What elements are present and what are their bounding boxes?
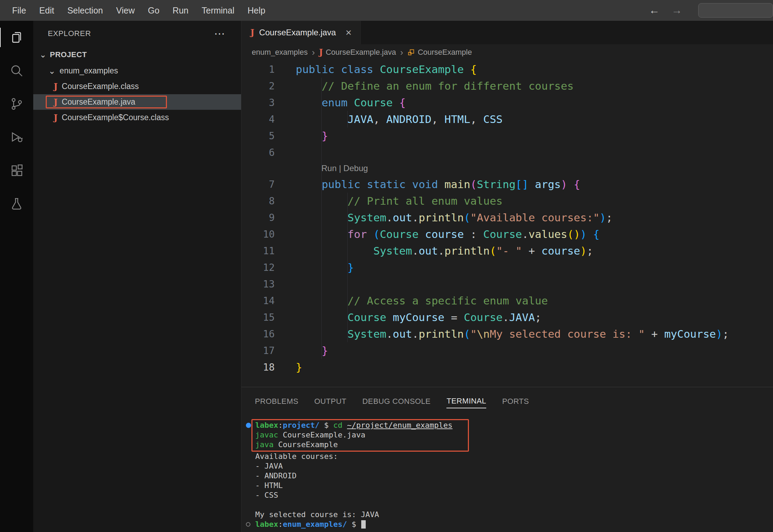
menu-item-selection[interactable]: Selection <box>61 6 109 15</box>
vscode-window: FileEditSelectionViewGoRunTerminalHelp ←… <box>0 0 773 532</box>
file-label: CourseExample.java <box>62 97 135 107</box>
line-number: 10 <box>241 229 275 240</box>
code-line-text: for (Course course : Course.values()) { <box>275 228 599 240</box>
search-icon[interactable] <box>0 54 33 87</box>
menu-item-go[interactable]: Go <box>141 6 166 15</box>
panel-tab-output[interactable]: OUTPUT <box>306 387 354 416</box>
breadcrumb: enum_examples › J CourseExample.java › C… <box>241 44 773 60</box>
tree-item-courseexample-java[interactable]: J CourseExample.java <box>33 94 241 110</box>
code-line-text: public class CourseExample { <box>275 63 477 76</box>
tree-item-enum-examples[interactable]: ⌄ enum_examples <box>33 63 241 79</box>
java-file-icon: J <box>319 48 323 56</box>
file-tree: ⌄ enum_examples J CourseExample.class J … <box>33 63 241 125</box>
menu-item-edit[interactable]: Edit <box>33 6 61 15</box>
explorer-header: EXPLORER ⋯ <box>33 21 241 46</box>
code-line-text: public static void main(String[] args) { <box>275 178 580 190</box>
search-box[interactable] <box>698 3 773 18</box>
tab-bar: J CourseExample.java × <box>241 21 773 44</box>
terminal-line: labex:enum_examples/ $ <box>255 520 773 529</box>
back-arrow-icon[interactable]: ← <box>649 4 660 17</box>
testing-icon[interactable] <box>0 187 33 220</box>
code-line-text: } <box>275 344 328 357</box>
code-line[interactable]: 18} <box>241 359 773 375</box>
forward-arrow-icon[interactable]: → <box>672 4 682 17</box>
folder-label: enum_examples <box>60 66 118 76</box>
line-number: 7 <box>241 179 275 190</box>
breadcrumb-folder[interactable]: enum_examples <box>252 48 308 57</box>
java-file-icon: J <box>250 28 254 37</box>
terminal-line: Available courses: <box>255 452 773 461</box>
source-control-icon[interactable] <box>0 87 33 121</box>
line-number: 8 <box>241 195 275 207</box>
project-section-header[interactable]: ⌄ PROJECT <box>33 46 241 63</box>
code-line[interactable]: 1public class CourseExample { <box>241 61 773 78</box>
panel-tab-ports[interactable]: PORTS <box>494 387 537 416</box>
nav-arrows: ← → <box>649 4 682 17</box>
panel-tab-label: OUTPUT <box>314 395 346 408</box>
line-number: 1 <box>241 64 275 75</box>
close-icon[interactable]: × <box>346 27 352 38</box>
line-number: 17 <box>241 345 275 356</box>
panel-tab-debug-console[interactable]: DEBUG CONSOLE <box>354 387 438 416</box>
java-file-icon: J <box>54 98 57 106</box>
line-number: 18 <box>241 362 275 373</box>
breadcrumb-file-label: CourseExample.java <box>326 48 396 57</box>
extensions-icon[interactable] <box>0 154 33 187</box>
command-decoration-icon[interactable] <box>246 423 251 428</box>
code-line-text: JAVA, ANDROID, HTML, CSS <box>275 113 503 125</box>
menu-item-view[interactable]: View <box>109 6 141 15</box>
file-label: CourseExample.class <box>62 82 139 91</box>
terminal-line: My selected course is: JAVA <box>255 510 773 520</box>
class-symbol-icon <box>407 48 415 56</box>
line-number: 9 <box>241 212 275 223</box>
line-number: 14 <box>241 295 275 307</box>
terminal-cursor <box>361 520 366 529</box>
panel-tab-problems[interactable]: PROBLEMS <box>247 387 306 416</box>
chevron-down-icon: ⌄ <box>48 67 55 75</box>
editor-group: J CourseExample.java × enum_examples › J… <box>241 21 773 532</box>
code-line-text: System.out.println("- " + course); <box>275 245 593 257</box>
terminal-line: java CourseExample <box>255 440 453 450</box>
line-number: 16 <box>241 328 275 340</box>
terminal-line: javac CourseExample.java <box>255 430 453 440</box>
breadcrumb-file[interactable]: J CourseExample.java <box>319 48 396 57</box>
tree-item-courseexample-class[interactable]: J CourseExample.class <box>33 79 241 94</box>
panel-tabs: PROBLEMSOUTPUTDEBUG CONSOLETERMINALPORTS <box>241 387 773 416</box>
workbench: EXPLORER ⋯ ⌄ PROJECT ⌄ enum_examples J C… <box>0 21 773 532</box>
run-debug-icon[interactable] <box>0 121 33 154</box>
menu-item-file[interactable]: File <box>6 6 33 15</box>
terminal-highlight-box: labex:project/ $ cd ~/project/enum_examp… <box>251 419 469 452</box>
activity-bar <box>0 21 33 532</box>
explorer-sidebar: EXPLORER ⋯ ⌄ PROJECT ⌄ enum_examples J C… <box>33 21 241 532</box>
code-editor[interactable]: 1public class CourseExample {2 // Define… <box>241 60 773 387</box>
file-label: CourseExample$Course.class <box>62 113 169 122</box>
menu-item-run[interactable]: Run <box>166 6 195 15</box>
code-line-text: System.out.println("\nMy selected course… <box>275 328 729 340</box>
menu-item-terminal[interactable]: Terminal <box>195 6 241 15</box>
menu-items: FileEditSelectionViewGoRunTerminalHelp <box>6 6 272 16</box>
code-line-text: enum Course { <box>275 96 406 109</box>
code-line-text: // Print all enum values <box>275 195 503 207</box>
code-line-text: Course myCourse = Course.JAVA; <box>275 311 541 323</box>
breadcrumb-symbol[interactable]: CourseExample <box>407 48 472 57</box>
explorer-title: EXPLORER <box>48 29 91 38</box>
line-number: 15 <box>241 312 275 323</box>
more-actions-icon[interactable]: ⋯ <box>214 28 225 39</box>
chevron-right-icon: › <box>400 48 403 57</box>
menu-item-help[interactable]: Help <box>241 6 272 15</box>
breadcrumb-folder-label: enum_examples <box>252 48 308 57</box>
tab-courseexample-java[interactable]: J CourseExample.java × <box>241 21 361 44</box>
line-number: 5 <box>241 130 275 142</box>
panel-tab-label: PORTS <box>502 395 529 408</box>
terminal-line: - CSS <box>255 490 773 500</box>
code-line-text: System.out.println("Available courses:")… <box>275 211 613 224</box>
terminal[interactable]: labex:project/ $ cd ~/project/enum_examp… <box>241 416 773 532</box>
explorer-icon[interactable] <box>0 21 33 54</box>
indent-guide <box>321 78 322 359</box>
prompt-decoration-icon[interactable] <box>246 522 250 527</box>
line-number: 12 <box>241 262 275 273</box>
code-line-text: // Define an enum for different courses <box>275 80 574 92</box>
line-number: 11 <box>241 245 275 257</box>
panel-tab-terminal[interactable]: TERMINAL <box>438 387 494 416</box>
tree-item-courseexample-course-class[interactable]: J CourseExample$Course.class <box>33 110 241 125</box>
